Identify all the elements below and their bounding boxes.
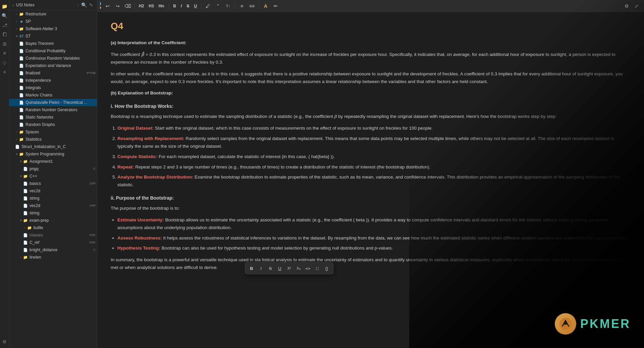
sidebar-item-cpp-folder[interactable]: ▾ 📁 C++ [9, 172, 97, 180]
sidebar-item-c-ref[interactable]: 📄 C_ref PDF [9, 239, 97, 246]
sidebar-item-conditional-probability[interactable]: 📄 Conditional Probability [9, 47, 97, 55]
draw-button[interactable]: ✏ [271, 1, 280, 11]
quote-button[interactable]: " [213, 1, 223, 11]
sidebar-item-random-graphs[interactable]: 📄 Random Graphs [9, 121, 97, 128]
sidebar-item-struct-init[interactable]: 📄 Struct_Initialization_in_C [9, 143, 97, 150]
tag-icon[interactable]: ◇ [1, 59, 8, 66]
search-icon[interactable]: 🔍 [1, 12, 8, 19]
float-box-button[interactable]: □ [313, 264, 322, 273]
sidebar-item-st[interactable]: ▾ ST ST [9, 32, 97, 40]
sidebar-item-integrals[interactable]: 📄 Integrals [9, 84, 97, 91]
source-control-icon[interactable]: ⎇ [1, 21, 8, 29]
settings-icon[interactable]: ⚙ [1, 338, 8, 345]
sidebar-item-bayes-theorem[interactable]: 📄 Bayes Theorem [9, 40, 97, 47]
file-badge: C [94, 167, 96, 170]
undo-button[interactable]: ↩ [103, 1, 112, 11]
sidebar-item-vec2d-1[interactable]: 📄 vec2d [9, 187, 97, 195]
h3-button[interactable]: H3 [147, 2, 156, 10]
sidebar-item-string-1[interactable]: 📄 string [9, 195, 97, 202]
ordered-list-button[interactable]: ≡≡ [247, 1, 257, 11]
float-bold-button[interactable]: B [247, 264, 256, 273]
list-button[interactable]: ≡ [237, 1, 247, 11]
float-strikethrough-button[interactable]: S [266, 264, 275, 273]
sidebar-item-restructure[interactable]: › 📁 Restructure [9, 10, 97, 18]
folder-icon: 📁 [27, 225, 32, 230]
more-button[interactable]: ⚙ [622, 1, 631, 11]
float-italic-button[interactable]: I [257, 264, 265, 273]
x-icon[interactable]: ✕ [1, 50, 8, 57]
explorer-icon[interactable]: 📁 [1, 3, 8, 10]
erase-button[interactable]: ⌫ [123, 1, 132, 11]
sidebar-item-spaces[interactable]: › 📁 Spaces [9, 128, 97, 136]
sidebar-item-label: Statistics [25, 137, 96, 142]
italic-button[interactable]: I [179, 2, 184, 10]
strikethrough-button[interactable]: S [184, 2, 191, 10]
file-icon: 📄 [19, 115, 24, 120]
superscript-button[interactable]: T↑ [223, 1, 233, 11]
float-subscript-button[interactable]: X₂ [294, 264, 303, 273]
bold-button[interactable]: B [171, 2, 178, 10]
sidebar-item-finalized[interactable]: 📄 finalized IPYNB [9, 69, 97, 77]
sidebar-item-assignment1[interactable]: ▾ 📁 Assignment1 [9, 158, 97, 165]
sidebar-item-string-2[interactable]: 📄 string [9, 209, 97, 217]
file-icon: 📄 [23, 203, 28, 208]
sidebar-item-statistics[interactable]: › 📁 Statistics [9, 136, 97, 143]
sidebar-item-continuous-random-variables[interactable]: 📄 Continuous Random Variables [9, 55, 97, 62]
sidebar-item-sp[interactable]: › ■ SP [9, 18, 97, 25]
sidebar-item-knight-distance[interactable]: 📄 knight_distance C [9, 246, 97, 254]
editor-toolbar: ↩ ↪ ⌫ H2 H3 Hn- B I S U 🖊 " T↑ ≡ ≡≡ A ✏ … [97, 0, 644, 12]
sidebar-item-static-networks[interactable]: 📄 Static Networks [9, 114, 97, 121]
summary-para: In summary, the bootstrap is a powerful … [111, 256, 631, 272]
expand-button[interactable]: ⤢ [632, 1, 641, 11]
extensions-icon[interactable]: ⧠ [1, 31, 8, 38]
sidebar-edit-btn[interactable]: ✎ [88, 2, 94, 8]
sidebar-chevron: › [77, 3, 79, 7]
editor-content[interactable]: Q4 (a) Interpretation of the Coefficient… [97, 12, 644, 348]
sidebar-search-btn[interactable]: 🔍 [81, 2, 87, 8]
sidebar-item-label: Conditional Probability [25, 49, 96, 53]
sidebar-item-label: ST [25, 34, 96, 39]
sidebar-item-software-atelier-3[interactable]: › 📁 Software Atelier 3 [9, 25, 97, 32]
redo-button[interactable]: ↪ [113, 1, 122, 11]
sidebar-item-label: Bayes Theorem [25, 41, 96, 46]
sidebar-item-label: finalized [25, 71, 85, 75]
folder-icon: 📁 [23, 218, 28, 223]
float-braces-button[interactable]: {} [322, 264, 331, 273]
list-icon[interactable]: ≡ [1, 68, 8, 76]
sidebar-item-classes[interactable]: 📄 classes PDF [9, 231, 97, 239]
grid-icon[interactable]: ⊞ [1, 40, 8, 48]
sidebar-item-bufile[interactable]: › 📁 bufile [9, 224, 97, 231]
sidebar-item-label: System Programming [25, 152, 96, 156]
sidebar-item-basics[interactable]: 📄 basics CPP [9, 180, 97, 187]
sidebar-item-linelen[interactable]: › 📁 linelen [9, 254, 97, 261]
chevron-icon: ▾ [15, 152, 19, 156]
bootstrap-purposes-list: Estimate Uncertainty: Bootstrap allows u… [117, 216, 631, 253]
list-item: Original Dataset: Start with the origina… [117, 125, 631, 132]
highlight-button[interactable]: 🖊 [203, 1, 213, 11]
text-color-button[interactable]: A [261, 1, 270, 11]
bootstrap-purpose-title: ii. Purpose of the Bootstrap: [111, 194, 631, 202]
file-icon: 📄 [19, 56, 24, 61]
sidebar-item-label: SP [25, 19, 96, 24]
sidebar-item-expectation-and-variance[interactable]: 📄 Expectation and Variance [9, 62, 97, 69]
float-code-button[interactable]: <> [304, 264, 312, 273]
sidebar-item-quinatavalle[interactable]: 📄 Quinatavalle Pietro - Theoretical ... [9, 99, 97, 106]
toolbar-separator-3 [201, 3, 201, 9]
sidebar-item-vec2d-2[interactable]: 📄 vec2d CPP [9, 202, 97, 209]
underline-button[interactable]: U [192, 2, 199, 10]
sidebar-item-label: C_ref [30, 240, 88, 245]
folder-icon: 📁 [19, 151, 24, 157]
chevron-icon: › [15, 12, 19, 16]
hn-button[interactable]: Hn- [157, 2, 167, 10]
sidebar-item-system-programming[interactable]: ▾ 📁 System Programming [9, 150, 97, 158]
sidebar-item-markov-chains[interactable]: 📄 Markov Chains [9, 91, 97, 99]
h2-button[interactable]: H2 [137, 2, 146, 10]
sidebar-item-independence[interactable]: 📄 Independence [9, 77, 97, 84]
float-underline-button[interactable]: U [275, 264, 284, 273]
sidebar-item-pngq[interactable]: 📄 pngq C [9, 165, 97, 172]
file-badge: CPP [89, 182, 96, 185]
sidebar-item-exam-prep[interactable]: ▾ 📁 exam-prep [9, 217, 97, 224]
sidebar-item-random-number-generators[interactable]: 📄 Random Number Generators [9, 106, 97, 114]
chevron-icon: › [23, 226, 27, 230]
float-superscript-button[interactable]: X² [285, 264, 293, 273]
